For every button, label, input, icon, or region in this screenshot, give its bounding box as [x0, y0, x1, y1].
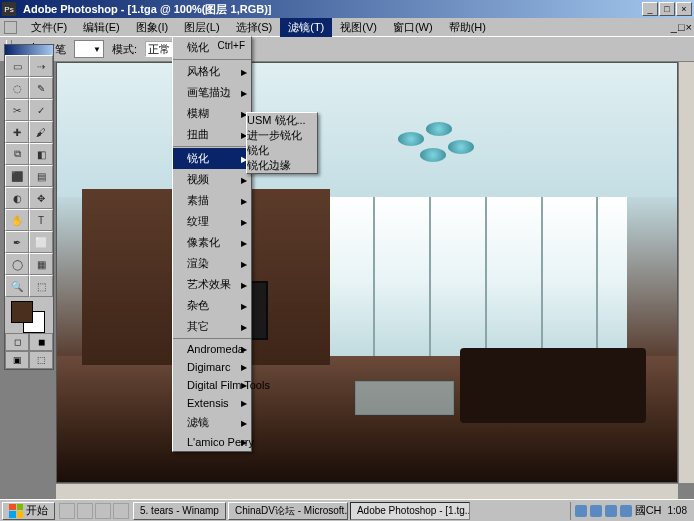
- menu-file[interactable]: 文件(F): [23, 18, 75, 37]
- brush-preset-picker[interactable]: ▼: [74, 40, 104, 58]
- filter-dropdown: 锐化Ctrl+F风格化▶画笔描边▶模糊▶扭曲▶锐化▶视频▶素描▶纹理▶像素化▶渲…: [172, 36, 252, 452]
- tool-button[interactable]: ◐: [5, 187, 29, 209]
- toolbox-mode-button[interactable]: ◻: [5, 333, 29, 351]
- menubar: 文件(F) 编辑(E) 图象(I) 图层(L) 选择(S) 滤镜(T) 视图(V…: [0, 18, 694, 36]
- titlebar: Ps Adobe Photoshop - [1.tga @ 100%(图层 1,…: [0, 0, 694, 18]
- taskbar-task-button[interactable]: ChinaDV论坛 - Microsoft...: [228, 502, 348, 520]
- close-button[interactable]: ×: [676, 2, 692, 16]
- window-controls: _ □ ×: [642, 2, 692, 16]
- toolbox-mode-button[interactable]: ⬚: [29, 351, 53, 369]
- tool-button[interactable]: ✥: [29, 187, 53, 209]
- submenu-arrow-icon: ▶: [241, 259, 247, 268]
- tool-button[interactable]: ◌: [5, 77, 29, 99]
- menu-item[interactable]: L'amico Perry▶: [173, 433, 251, 451]
- taskbar-task-button[interactable]: Adobe Photoshop - [1.tg...: [350, 502, 470, 520]
- document-image: [57, 63, 677, 482]
- menu-item[interactable]: 滤镜▶: [173, 412, 251, 433]
- submenu-arrow-icon: ▶: [241, 345, 247, 354]
- canvas[interactable]: [56, 62, 678, 483]
- vertical-scrollbar[interactable]: [678, 62, 694, 483]
- horizontal-scrollbar[interactable]: [56, 483, 678, 499]
- menu-item[interactable]: 纹理▶: [173, 211, 251, 232]
- menu-item[interactable]: Digital Film Tools▶: [173, 376, 251, 394]
- tool-button[interactable]: ✎: [29, 77, 53, 99]
- toolbox-titlebar[interactable]: [5, 45, 53, 55]
- tool-button[interactable]: ▤: [29, 165, 53, 187]
- menu-item[interactable]: 素描▶: [173, 190, 251, 211]
- menu-item[interactable]: 视频▶: [173, 169, 251, 190]
- quick-launch-item[interactable]: [95, 503, 111, 519]
- maximize-button[interactable]: □: [659, 2, 675, 16]
- taskbar-task-button[interactable]: 5. tears - Winamp: [133, 502, 226, 520]
- menu-select[interactable]: 选择(S): [228, 18, 281, 37]
- tool-button[interactable]: ▭: [5, 55, 29, 77]
- toolbox-mode-button[interactable]: ◼: [29, 333, 53, 351]
- menu-item[interactable]: 扭曲▶: [173, 124, 251, 147]
- minimize-button[interactable]: _: [642, 2, 658, 16]
- doc-system-icon[interactable]: [4, 21, 17, 34]
- menu-image[interactable]: 图象(I): [128, 18, 176, 37]
- tool-button[interactable]: ✒: [5, 231, 29, 253]
- tool-button[interactable]: 🔍: [5, 275, 29, 297]
- menu-item[interactable]: 渲染▶: [173, 253, 251, 274]
- menu-layer[interactable]: 图层(L): [176, 18, 227, 37]
- tray-icon[interactable]: [575, 505, 587, 517]
- tool-button[interactable]: ⇢: [29, 55, 53, 77]
- menu-item[interactable]: 模糊▶: [173, 103, 251, 124]
- menu-item[interactable]: 像素化▶: [173, 232, 251, 253]
- menu-item[interactable]: 杂色▶: [173, 295, 251, 316]
- mdi-minimize-button[interactable]: _: [671, 21, 677, 33]
- start-button[interactable]: 开始: [2, 502, 55, 520]
- tool-button[interactable]: ✂: [5, 99, 29, 121]
- shortcut-label: Ctrl+F: [218, 40, 246, 51]
- menu-item[interactable]: 锐化▶: [173, 148, 251, 169]
- foreground-color-swatch[interactable]: [11, 301, 33, 323]
- quick-launch-item[interactable]: [59, 503, 75, 519]
- menu-item[interactable]: 风格化▶: [173, 61, 251, 82]
- tool-button[interactable]: ◧: [29, 143, 53, 165]
- tool-button[interactable]: ⬚: [29, 275, 53, 297]
- submenu-item[interactable]: USM 锐化...: [247, 113, 317, 128]
- quick-launch-item[interactable]: [113, 503, 129, 519]
- quick-launch-item[interactable]: [77, 503, 93, 519]
- mdi-restore-button[interactable]: □: [678, 21, 685, 33]
- tool-button[interactable]: 🖌: [29, 121, 53, 143]
- tool-button[interactable]: ✓: [29, 99, 53, 121]
- menu-filter[interactable]: 滤镜(T): [280, 18, 332, 37]
- submenu-item[interactable]: 锐化: [247, 143, 317, 158]
- submenu-item[interactable]: 锐化边缘: [247, 158, 317, 173]
- tool-button[interactable]: ⧉: [5, 143, 29, 165]
- windows-logo-icon: [9, 504, 23, 518]
- ime-indicator[interactable]: 國CH: [635, 503, 662, 518]
- tool-button[interactable]: T: [29, 209, 53, 231]
- submenu-arrow-icon: ▶: [241, 381, 247, 390]
- menu-item[interactable]: Andromeda▶: [173, 340, 251, 358]
- menu-item[interactable]: Digimarc▶: [173, 358, 251, 376]
- mdi-close-button[interactable]: ×: [686, 21, 692, 33]
- tool-button[interactable]: ◯: [5, 253, 29, 275]
- tool-button[interactable]: ⬜: [29, 231, 53, 253]
- menu-item[interactable]: 艺术效果▶: [173, 274, 251, 295]
- tray-icon[interactable]: [605, 505, 617, 517]
- tray-icon[interactable]: [620, 505, 632, 517]
- menu-item[interactable]: 画笔描边▶: [173, 82, 251, 103]
- system-tray: 國CH 1:08: [570, 502, 694, 520]
- taskbar: 开始 5. tears - WinampChinaDV论坛 - Microsof…: [0, 499, 694, 521]
- clock[interactable]: 1:08: [665, 505, 690, 516]
- submenu-item[interactable]: 进一步锐化: [247, 128, 317, 143]
- menu-edit[interactable]: 编辑(E): [75, 18, 128, 37]
- menu-item[interactable]: 锐化Ctrl+F: [173, 37, 251, 60]
- menu-view[interactable]: 视图(V): [332, 18, 385, 37]
- menu-item[interactable]: Extensis▶: [173, 394, 251, 412]
- tool-button[interactable]: ✚: [5, 121, 29, 143]
- menu-help[interactable]: 帮助(H): [441, 18, 494, 37]
- tool-button[interactable]: ⬛: [5, 165, 29, 187]
- chevron-down-icon: ▼: [93, 45, 103, 54]
- tray-icon[interactable]: [590, 505, 602, 517]
- tool-button[interactable]: ✋: [5, 209, 29, 231]
- submenu-arrow-icon: ▶: [241, 399, 247, 408]
- toolbox-mode-button[interactable]: ▣: [5, 351, 29, 369]
- tool-button[interactable]: ▦: [29, 253, 53, 275]
- menu-window[interactable]: 窗口(W): [385, 18, 441, 37]
- menu-item[interactable]: 其它▶: [173, 316, 251, 339]
